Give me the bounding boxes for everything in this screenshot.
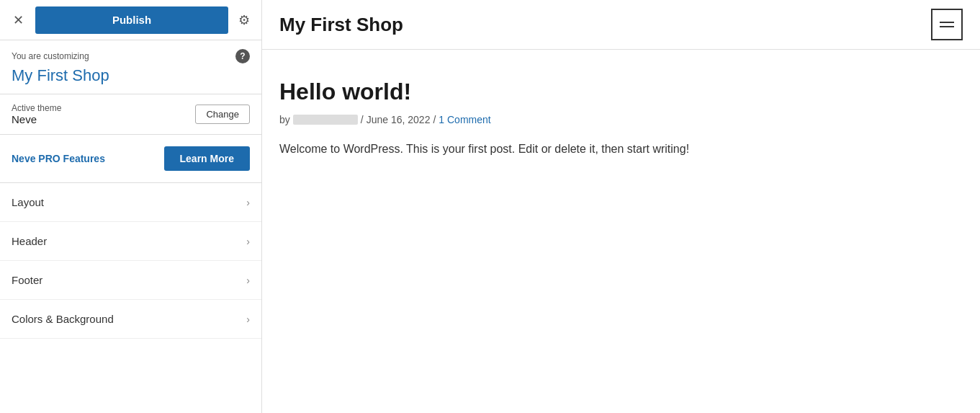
neve-pro-section: Neve PRO Features Learn More (0, 135, 261, 183)
learn-more-button[interactable]: Learn More (164, 146, 250, 171)
hamburger-line-2 (940, 26, 954, 27)
publish-button[interactable]: Publish (35, 6, 228, 34)
chevron-right-icon: › (246, 236, 250, 247)
post-body: Welcome to WordPress. This is your first… (279, 140, 963, 159)
preview-header: My First Shop (262, 0, 980, 50)
preview-content: Hello world! by / June 16, 2022 / 1 Comm… (262, 50, 980, 176)
menu-item-layout[interactable]: Layout › (0, 183, 261, 222)
chevron-right-icon: › (246, 314, 250, 325)
menu-item-footer-label: Footer (12, 274, 42, 286)
menu-item-header[interactable]: Header › (0, 222, 261, 261)
settings-button[interactable]: ⚙ (234, 9, 254, 31)
active-theme-section: Active theme Neve Change (0, 94, 261, 135)
chevron-right-icon: › (246, 275, 250, 286)
customizing-text: You are customizing (12, 51, 89, 61)
chevron-right-icon: › (246, 197, 250, 208)
active-theme-label: Active theme (12, 103, 61, 113)
menu-item-colors-label: Colors & Background (12, 313, 114, 325)
theme-name: Neve (12, 113, 61, 125)
menu-item-colors-background[interactable]: Colors & Background › (0, 300, 261, 339)
post-meta-sep1: / (361, 114, 364, 125)
menu-item-layout-label: Layout (12, 196, 44, 208)
preview-panel: My First Shop Hello world! by / June 16,… (262, 0, 980, 413)
customizer-panel: ✕ Publish ⚙ You are customizing ? My Fir… (0, 0, 262, 413)
menu-item-footer[interactable]: Footer › (0, 261, 261, 300)
hamburger-menu-button[interactable] (931, 9, 963, 40)
post-title: Hello world! (279, 79, 963, 105)
help-icon[interactable]: ? (235, 49, 250, 63)
hamburger-line-1 (940, 22, 954, 23)
change-theme-button[interactable]: Change (195, 105, 250, 124)
neve-pro-label: Neve PRO Features (12, 153, 105, 164)
post-author-avatar (293, 115, 358, 125)
customizing-label: You are customizing ? (12, 49, 250, 63)
preview-site-title: My First Shop (279, 14, 403, 36)
post-meta: by / June 16, 2022 / 1 Comment (279, 114, 963, 125)
top-bar: ✕ Publish ⚙ (0, 0, 261, 40)
post-meta-by: by (279, 114, 290, 125)
post-meta-comments-link[interactable]: 1 Comment (439, 114, 490, 125)
panel-scroll: You are customizing ? My First Shop Acti… (0, 40, 261, 413)
customizing-section: You are customizing ? My First Shop (0, 40, 261, 94)
menu-item-header-label: Header (12, 235, 47, 247)
close-button[interactable]: ✕ (7, 11, 30, 30)
post-meta-date: June 16, 2022 (367, 114, 431, 125)
theme-info: Active theme Neve (12, 103, 61, 125)
site-name: My First Shop (12, 66, 250, 85)
post-meta-sep2: / (433, 114, 436, 125)
